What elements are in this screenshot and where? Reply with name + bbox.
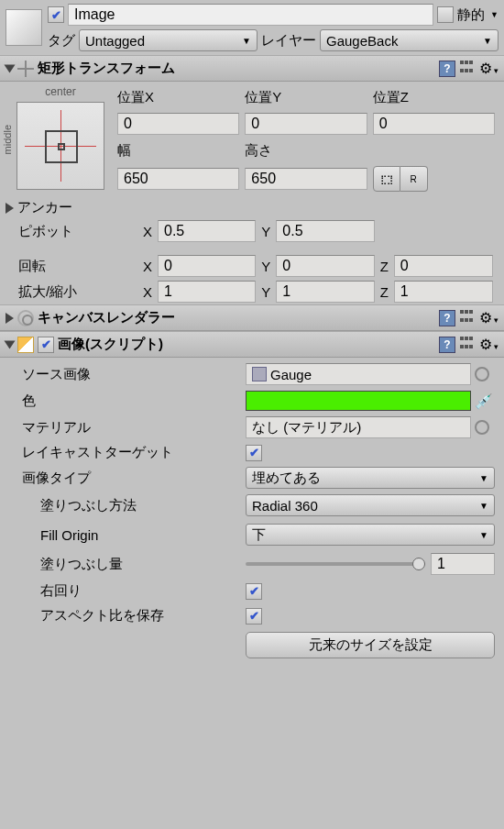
posx-input[interactable]	[117, 113, 239, 135]
preserve-aspect-checkbox[interactable]	[246, 608, 262, 625]
preset-icon[interactable]	[459, 337, 476, 353]
static-checkbox[interactable]	[437, 6, 454, 23]
pivot-label: ピボット	[18, 223, 137, 240]
tag-dropdown[interactable]: Untagged▼	[79, 29, 257, 51]
color-label: 色	[22, 392, 242, 410]
canvas-renderer-foldout[interactable]	[5, 313, 14, 324]
rotation-label: 回転	[18, 258, 137, 275]
scale-x-input[interactable]	[158, 281, 256, 303]
source-image-label: ソース画像	[22, 366, 242, 383]
static-label: 静的	[457, 6, 485, 24]
rect-transform-foldout[interactable]	[5, 64, 16, 72]
rotation-z-input[interactable]	[394, 255, 493, 277]
image-type-dropdown[interactable]: 埋めてある▼	[246, 467, 495, 489]
color-field[interactable]	[246, 391, 471, 411]
fill-amount-slider[interactable]	[246, 555, 425, 573]
image-component-icon	[17, 337, 34, 353]
canvas-renderer-title: キャンバスレンダラー	[38, 309, 435, 326]
posy-input[interactable]	[245, 113, 367, 135]
fill-origin-value: 下	[252, 526, 266, 544]
help-icon[interactable]: ?	[439, 337, 455, 353]
preset-icon[interactable]	[459, 310, 476, 326]
tag-value: Untagged	[85, 33, 145, 49]
set-native-size-button[interactable]: 元来のサイズを設定	[246, 632, 495, 658]
gameobject-name-input[interactable]	[68, 4, 433, 26]
gear-icon[interactable]: ⚙▾	[479, 309, 499, 326]
anchors-label: アンカー	[17, 199, 72, 216]
anchor-preset-side-label: middle	[2, 125, 13, 154]
anchor-preset-button[interactable]	[16, 102, 104, 190]
fill-origin-label: Fill Origin	[40, 527, 242, 543]
rotation-x-input[interactable]	[158, 255, 256, 277]
scale-y-input[interactable]	[276, 281, 374, 303]
source-image-value: Gauge	[270, 367, 312, 382]
preset-icon[interactable]	[459, 61, 476, 77]
raycast-target-label: レイキャストターゲット	[22, 444, 242, 461]
layer-value: GaugeBack	[326, 33, 398, 49]
raw-edit-button[interactable]: R	[400, 166, 428, 192]
pivot-y-input[interactable]	[276, 220, 374, 242]
posx-label: 位置X	[117, 87, 239, 108]
scale-label: 拡大/縮小	[18, 283, 137, 301]
fill-origin-dropdown[interactable]: 下▼	[246, 524, 495, 546]
layer-dropdown[interactable]: GaugeBack▼	[320, 29, 499, 51]
active-checkbox[interactable]	[48, 6, 64, 23]
help-icon[interactable]: ?	[439, 310, 455, 326]
blueprint-mode-button[interactable]: ⣏⣹	[373, 166, 400, 192]
static-dropdown-arrow[interactable]: ▼	[490, 10, 499, 19]
posz-label: 位置Z	[373, 87, 495, 108]
image-type-value: 埋めてある	[252, 470, 321, 487]
rect-transform-title: 矩形トランスフォーム	[38, 60, 435, 77]
object-picker-button[interactable]	[475, 367, 489, 381]
anchors-foldout[interactable]	[5, 203, 14, 214]
material-label: マテリアル	[22, 419, 242, 437]
scale-z-input[interactable]	[394, 281, 493, 303]
gameobject-icon	[5, 9, 42, 46]
clockwise-label: 右回り	[40, 582, 242, 600]
raycast-target-checkbox[interactable]	[246, 445, 262, 461]
fill-method-value: Radial 360	[252, 498, 318, 514]
sprite-icon	[252, 367, 267, 381]
canvas-renderer-icon	[17, 310, 34, 326]
preserve-aspect-label: アスペクト比を保存	[40, 607, 242, 625]
source-image-field[interactable]: Gauge	[246, 363, 471, 385]
image-title: 画像(スクリプト)	[58, 336, 435, 353]
layer-label: レイヤー	[261, 32, 316, 50]
image-enabled-checkbox[interactable]	[38, 337, 54, 353]
height-label: 高さ	[245, 140, 367, 161]
fill-amount-label: 塗りつぶし量	[40, 556, 242, 573]
fill-method-label: 塗りつぶし方法	[40, 497, 242, 514]
gear-icon[interactable]: ⚙▾	[479, 60, 499, 77]
fill-amount-input[interactable]	[431, 553, 495, 575]
material-value: なし (マテリアル)	[252, 419, 361, 437]
tag-label: タグ	[48, 32, 75, 50]
width-input[interactable]	[117, 168, 239, 190]
posz-input[interactable]	[373, 113, 495, 135]
material-field[interactable]: なし (マテリアル)	[246, 416, 471, 438]
image-type-label: 画像タイプ	[22, 470, 242, 487]
anchor-preset-top-label: center	[13, 85, 108, 98]
rect-transform-icon	[17, 61, 34, 77]
rotation-y-input[interactable]	[276, 255, 374, 277]
fill-method-dropdown[interactable]: Radial 360▼	[246, 494, 495, 516]
help-icon[interactable]: ?	[439, 61, 455, 77]
clockwise-checkbox[interactable]	[246, 583, 262, 600]
posy-label: 位置Y	[245, 87, 367, 108]
image-foldout[interactable]	[5, 340, 16, 348]
object-picker-button[interactable]	[475, 420, 489, 435]
gear-icon[interactable]: ⚙▾	[479, 336, 499, 353]
height-input[interactable]	[245, 168, 367, 190]
width-label: 幅	[117, 140, 239, 161]
pivot-x-input[interactable]	[158, 220, 256, 242]
eyedropper-icon[interactable]: 💉	[475, 392, 495, 410]
